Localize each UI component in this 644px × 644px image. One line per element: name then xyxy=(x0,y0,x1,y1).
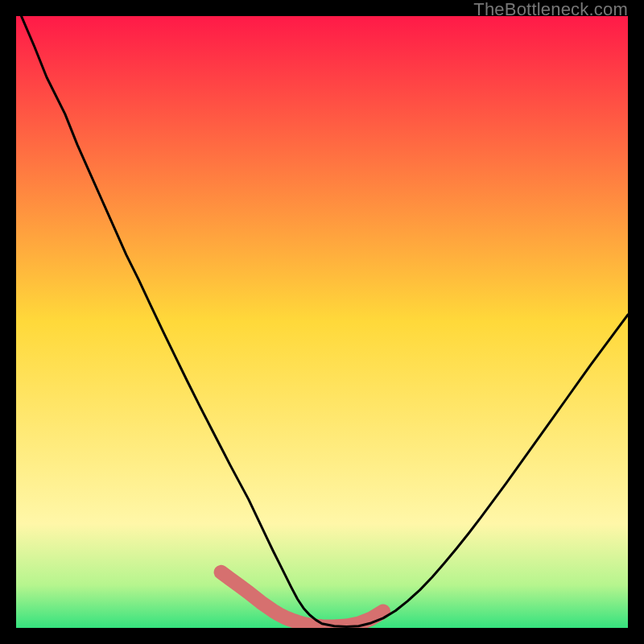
watermark-text: TheBottleneck.com xyxy=(473,0,628,20)
plot-area xyxy=(16,16,628,628)
gradient-background xyxy=(16,16,628,628)
bottleneck-curve-chart xyxy=(16,16,628,628)
chart-frame: TheBottleneck.com xyxy=(0,0,644,644)
